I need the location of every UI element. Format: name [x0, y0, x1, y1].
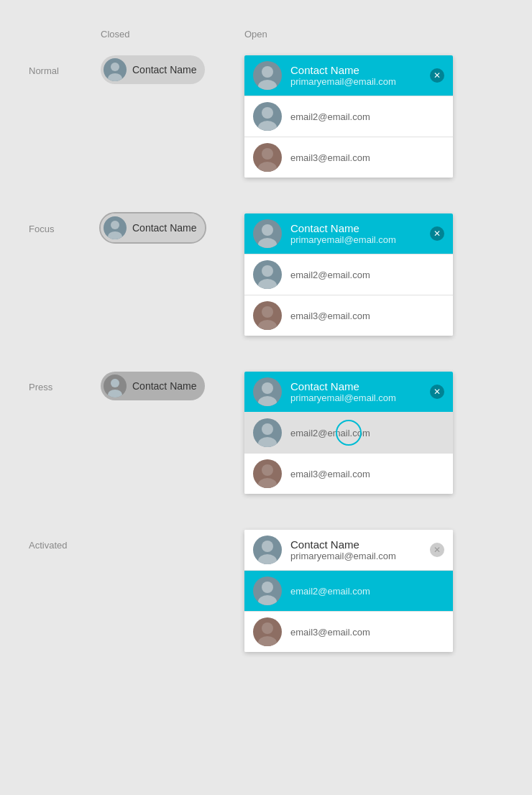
activated-item-3-email: email3@email.com	[290, 627, 444, 638]
focus-selected-name: Contact Name	[290, 222, 430, 234]
activated-selected-avatar	[253, 536, 282, 564]
focus-label: Focus	[29, 213, 101, 234]
focus-item-2-avatar	[253, 260, 282, 289]
activated-item-2-info: email2@email.com	[290, 586, 444, 597]
focus-close-button[interactable]: ✕	[430, 226, 444, 241]
normal-item-2-avatar	[253, 102, 282, 131]
press-selected-item[interactable]: Contact Name primaryemail@email.com ✕	[244, 372, 453, 412]
svg-point-13	[258, 279, 277, 289]
focus-item-2-info: email2@email.com	[290, 270, 444, 280]
column-headers: Closed Open	[101, 29, 503, 48]
normal-chip-label: Contact Name	[132, 64, 196, 75]
focus-chip[interactable]: Contact Name	[101, 213, 205, 242]
press-selected-avatar	[253, 377, 282, 406]
press-chip-label: Contact Name	[132, 380, 196, 392]
normal-close-button[interactable]: ✕	[430, 68, 444, 83]
press-selected-info: Contact Name primaryemail@email.com	[290, 380, 430, 403]
normal-row: Normal Contact Name Contact Name primary…	[0, 55, 532, 178]
activated-item-3-avatar	[253, 617, 282, 646]
svg-point-22	[262, 464, 273, 476]
normal-closed: Contact Name	[101, 55, 244, 84]
svg-point-24	[262, 541, 273, 552]
press-item-3-avatar	[253, 459, 282, 488]
normal-label: Normal	[29, 55, 101, 76]
activated-open: Contact Name primaryemail@email.com ✕ em…	[244, 530, 503, 652]
activated-selected-info: Contact Name primaryemail@email.com	[290, 538, 430, 561]
open-header: Open	[244, 29, 503, 48]
svg-point-3	[258, 80, 277, 90]
normal-chip[interactable]: Contact Name	[101, 55, 205, 84]
activated-selected-name: Contact Name	[290, 538, 430, 551]
activated-item-2[interactable]: email2@email.com	[244, 571, 453, 611]
svg-point-27	[258, 595, 277, 605]
activated-close-button[interactable]: ✕	[430, 543, 444, 557]
normal-selected-info: Contact Name primaryemail@email.com	[290, 64, 430, 87]
normal-selected-avatar	[253, 61, 282, 90]
press-dropdown: Contact Name primaryemail@email.com ✕ em…	[244, 372, 453, 494]
activated-selected-item[interactable]: Contact Name primaryemail@email.com ✕	[244, 530, 453, 570]
focus-chip-avatar	[104, 216, 127, 239]
press-item-2-info: email2@email.com	[290, 428, 444, 438]
activated-label: Activated	[29, 530, 101, 551]
press-chip-avatar	[104, 374, 127, 398]
press-item-3[interactable]: email3@email.com	[244, 454, 453, 494]
focus-chip-label: Contact Name	[132, 222, 196, 234]
normal-chip-avatar	[104, 58, 127, 81]
svg-point-16	[111, 379, 119, 387]
focus-selected-info: Contact Name primaryemail@email.com	[290, 222, 430, 245]
focus-item-3-info: email3@email.com	[290, 311, 444, 321]
press-item-3-email: email3@email.com	[290, 469, 444, 479]
activated-row: Activated Contact Name primaryemail@emai…	[0, 530, 532, 652]
svg-point-28	[262, 622, 273, 634]
svg-point-10	[262, 224, 273, 236]
svg-point-6	[262, 148, 273, 160]
activated-dropdown: Contact Name primaryemail@email.com ✕ em…	[244, 530, 453, 652]
focus-item-2[interactable]: email2@email.com	[244, 254, 453, 295]
svg-point-5	[258, 121, 277, 131]
normal-item-2-email: email2@email.com	[290, 111, 444, 122]
focus-open: Contact Name primaryemail@email.com ✕ em…	[244, 213, 503, 336]
focus-selected-email: primaryemail@email.com	[290, 234, 430, 245]
press-label: Press	[29, 372, 101, 392]
focus-selected-avatar	[253, 219, 282, 248]
svg-point-15	[258, 320, 277, 330]
normal-dropdown: Contact Name primaryemail@email.com ✕ em…	[244, 55, 453, 178]
focus-item-3-avatar	[253, 301, 282, 330]
closed-header: Closed	[101, 29, 244, 48]
svg-point-7	[258, 162, 277, 172]
normal-item-3[interactable]: email3@email.com	[244, 137, 453, 178]
focus-item-2-email: email2@email.com	[290, 270, 444, 280]
press-chip[interactable]: Contact Name	[101, 372, 205, 400]
svg-point-12	[262, 265, 273, 277]
svg-point-29	[258, 636, 277, 646]
normal-item-3-email: email3@email.com	[290, 152, 444, 163]
normal-item-2[interactable]: email2@email.com	[244, 96, 453, 137]
press-close-button[interactable]: ✕	[430, 385, 444, 399]
empty-label	[29, 38, 101, 48]
focus-closed: Contact Name	[101, 213, 244, 242]
svg-point-18	[262, 382, 273, 394]
normal-selected-item[interactable]: Contact Name primaryemail@email.com ✕	[244, 55, 453, 96]
svg-point-17	[108, 390, 122, 398]
svg-point-25	[258, 554, 277, 564]
activated-item-3-info: email3@email.com	[290, 627, 444, 638]
page: Closed Open Normal Contact Name	[0, 0, 532, 717]
press-open: Contact Name primaryemail@email.com ✕ em…	[244, 372, 503, 494]
svg-point-2	[262, 66, 273, 78]
svg-point-19	[258, 396, 277, 406]
normal-selected-email: primaryemail@email.com	[290, 76, 430, 87]
svg-point-9	[108, 231, 122, 239]
normal-selected-name: Contact Name	[290, 64, 430, 76]
focus-dropdown: Contact Name primaryemail@email.com ✕ em…	[244, 213, 453, 336]
activated-item-3[interactable]: email3@email.com	[244, 612, 453, 652]
activated-item-2-email: email2@email.com	[290, 586, 444, 597]
press-item-2-email: email2@email.com	[290, 428, 444, 438]
press-item-2-avatar	[253, 418, 282, 447]
normal-item-2-info: email2@email.com	[290, 111, 444, 122]
focus-selected-item[interactable]: Contact Name primaryemail@email.com ✕	[244, 213, 453, 254]
normal-item-3-avatar	[253, 143, 282, 172]
focus-item-3[interactable]: email3@email.com	[244, 295, 453, 336]
press-item-2[interactable]: email2@email.com	[244, 413, 453, 453]
normal-item-3-info: email3@email.com	[290, 152, 444, 163]
svg-point-21	[258, 437, 277, 447]
